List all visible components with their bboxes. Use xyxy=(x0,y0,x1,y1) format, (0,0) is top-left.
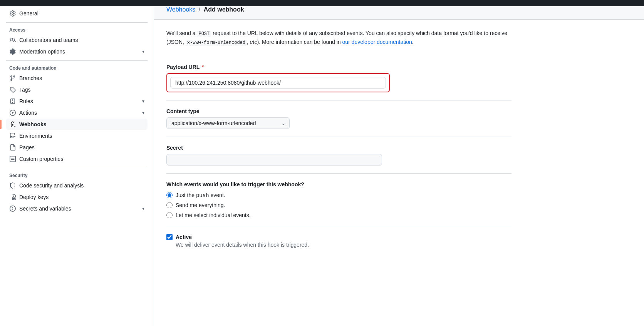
required-asterisk: * xyxy=(202,64,204,70)
form-urlencoded-code: x-www-form-urlencoded xyxy=(186,40,247,46)
radio-individual[interactable]: Let me select individual events. xyxy=(166,212,512,218)
sidebar-item-rules[interactable]: Rules ▾ xyxy=(6,95,148,107)
sidebar-item-pages-label: Pages xyxy=(19,144,35,150)
content-type-select[interactable]: application/x-www-form-urlencoded applic… xyxy=(166,117,290,129)
radio-push-event[interactable]: Just the push event. xyxy=(166,192,512,198)
events-question: Which events would you like to trigger t… xyxy=(166,181,512,187)
secret-group: Secret xyxy=(166,145,512,166)
content-area: We'll send a POST request to the URL bel… xyxy=(154,20,524,265)
payload-url-input[interactable] xyxy=(170,77,386,89)
sidebar-item-rules-label: Rules xyxy=(19,98,33,104)
branch-icon xyxy=(9,75,16,82)
active-label: Active xyxy=(176,234,192,240)
divider-1 xyxy=(166,56,512,56)
events-group: Which events would you like to trigger t… xyxy=(166,181,512,218)
pages-icon xyxy=(9,144,16,151)
push-code: push xyxy=(196,192,209,198)
secret-icon xyxy=(9,205,16,212)
breadcrumb-separator: / xyxy=(199,6,200,13)
chevron-down-icon: ▾ xyxy=(142,110,144,115)
sidebar-item-collaborators[interactable]: Collaborators and teams xyxy=(6,34,148,46)
sidebar-item-environments-label: Environments xyxy=(19,133,52,139)
breadcrumb-link[interactable]: Webhooks xyxy=(166,6,195,13)
sidebar-item-secrets[interactable]: Secrets and variables ▾ xyxy=(6,203,148,214)
sidebar-divider-1 xyxy=(6,22,148,23)
environment-icon xyxy=(9,132,16,139)
sidebar-item-tags[interactable]: Tags xyxy=(6,84,148,95)
properties-icon xyxy=(9,155,16,162)
developer-docs-link[interactable]: our developer documentation xyxy=(342,39,412,45)
divider-3 xyxy=(166,137,512,137)
breadcrumb-current: Add webhook xyxy=(204,6,244,13)
webhook-icon xyxy=(9,121,16,128)
gear-icon xyxy=(9,10,16,17)
sidebar-item-webhooks-label: Webhooks xyxy=(19,121,47,127)
sidebar-item-moderation[interactable]: Moderation options ▾ xyxy=(6,46,148,57)
active-description: We will deliver event details when this … xyxy=(176,242,512,248)
content-type-select-wrapper: application/x-www-form-urlencoded applic… xyxy=(166,117,290,129)
chevron-down-icon: ▾ xyxy=(142,99,144,104)
active-checkbox[interactable] xyxy=(166,234,173,240)
description-text: We'll send a POST request to the URL bel… xyxy=(166,29,512,47)
sidebar-section-code: Code and automation xyxy=(6,65,148,71)
active-group: Active We will deliver event details whe… xyxy=(166,234,512,248)
main-content: Webhooks / Add webhook We'll send a POST… xyxy=(154,0,644,326)
chevron-down-icon: ▾ xyxy=(142,206,144,211)
sidebar-item-custom-properties[interactable]: Custom properties xyxy=(6,153,148,165)
radio-push-label: Just the push event. xyxy=(176,192,225,198)
key-icon xyxy=(9,194,16,201)
sidebar-item-deploy-keys[interactable]: Deploy keys xyxy=(6,191,148,203)
divider-5 xyxy=(166,226,512,226)
sidebar-item-deploy-keys-label: Deploy keys xyxy=(19,194,49,200)
secret-input[interactable] xyxy=(166,154,382,166)
active-checkbox-label[interactable]: Active xyxy=(166,234,512,240)
moderation-icon xyxy=(9,48,16,55)
play-icon xyxy=(9,109,16,116)
payload-url-group: Payload URL * xyxy=(166,64,512,92)
shield-lock-icon xyxy=(9,182,16,189)
sidebar-item-code-security-label: Code security and analysis xyxy=(19,182,84,189)
sidebar-item-tags-label: Tags xyxy=(19,87,31,93)
payload-url-label: Payload URL * xyxy=(166,64,512,70)
sidebar-item-environments[interactable]: Environments xyxy=(6,130,148,142)
sidebar: General Access Collaborators and teams M… xyxy=(0,0,154,326)
divider-4 xyxy=(166,173,512,174)
content-type-label: Content type xyxy=(166,108,512,114)
tag-icon xyxy=(9,86,16,93)
post-code: POST xyxy=(197,31,211,37)
person-icon xyxy=(9,37,16,43)
divider-2 xyxy=(166,100,512,100)
chevron-down-icon: ▾ xyxy=(142,49,144,54)
breadcrumb: Webhooks / Add webhook xyxy=(166,6,632,13)
sidebar-item-branches[interactable]: Branches xyxy=(6,72,148,84)
etc-italic: etc xyxy=(250,39,257,45)
sidebar-section-access: Access xyxy=(6,27,148,33)
sidebar-item-actions-label: Actions xyxy=(19,110,37,116)
sidebar-item-code-security[interactable]: Code security and analysis xyxy=(6,180,148,191)
sidebar-item-moderation-label: Moderation options xyxy=(19,48,65,55)
sidebar-item-custom-properties-label: Custom properties xyxy=(19,156,63,162)
rules-icon xyxy=(9,98,16,105)
sidebar-section-security: Security xyxy=(6,173,148,178)
sidebar-item-branches-label: Branches xyxy=(19,75,42,81)
radio-group: Just the push event. Send me everything.… xyxy=(166,192,512,218)
topbar xyxy=(0,0,644,6)
radio-individual-label: Let me select individual events. xyxy=(176,212,251,218)
sidebar-divider-2 xyxy=(6,60,148,61)
sidebar-item-webhooks[interactable]: Webhooks xyxy=(6,119,148,130)
sidebar-item-general-label: General xyxy=(19,10,39,17)
sidebar-item-secrets-label: Secrets and variables xyxy=(19,206,71,212)
sidebar-item-general[interactable]: General xyxy=(6,8,148,19)
radio-push-input[interactable] xyxy=(166,192,173,198)
secret-label: Secret xyxy=(166,145,512,151)
content-type-group: Content type application/x-www-form-urle… xyxy=(166,108,512,129)
radio-everything-label: Send me everything. xyxy=(176,202,225,208)
sidebar-item-actions[interactable]: Actions ▾ xyxy=(6,107,148,119)
sidebar-divider-3 xyxy=(6,168,148,168)
sidebar-item-collaborators-label: Collaborators and teams xyxy=(19,37,78,43)
payload-url-highlight-box xyxy=(166,73,390,92)
radio-everything-input[interactable] xyxy=(166,202,173,208)
radio-everything[interactable]: Send me everything. xyxy=(166,202,512,208)
sidebar-item-pages[interactable]: Pages xyxy=(6,142,148,153)
radio-individual-input[interactable] xyxy=(166,212,173,218)
